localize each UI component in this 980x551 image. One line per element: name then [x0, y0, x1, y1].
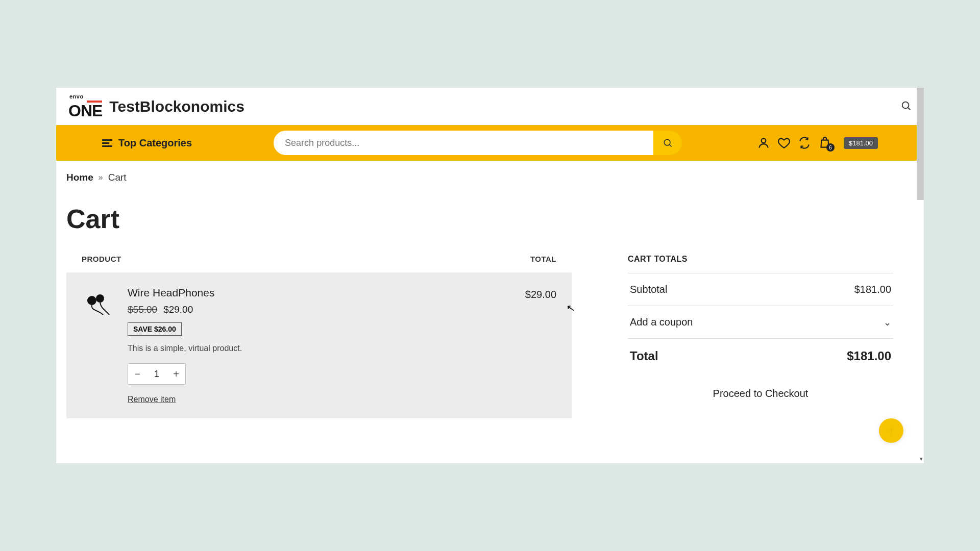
scrollbar[interactable]	[917, 88, 924, 200]
breadcrumb: Home » Cart	[56, 161, 924, 188]
product-name[interactable]: Wire HeadPhones	[128, 287, 512, 299]
cart-button[interactable]: 6	[818, 136, 831, 149]
scroll-down-arrow[interactable]: ▾	[920, 456, 923, 462]
qty-decrease-button[interactable]: −	[128, 364, 146, 384]
cart-items-column: PRODUCT TOTAL Wire HeadPhones $55.00	[66, 255, 572, 418]
top-categories-label: Top Categories	[118, 137, 192, 149]
total-row: Total $181.00	[628, 338, 893, 373]
compare-icon[interactable]	[798, 136, 811, 149]
cart-totals-column: CART TOTALS Subtotal $181.00 Add a coupo…	[628, 255, 893, 418]
svg-point-0	[902, 102, 909, 108]
logo-small-text: envo	[69, 94, 84, 99]
remove-item-link[interactable]: Remove item	[128, 395, 512, 404]
logo: envo ONE	[68, 94, 102, 119]
page-title: Cart	[56, 188, 924, 255]
price-line: $55.00 $29.00	[128, 304, 512, 315]
nav-icons: 6 $181.00	[757, 136, 878, 149]
proceed-to-checkout-button[interactable]: Proceed to Checkout	[628, 379, 893, 409]
add-coupon-toggle[interactable]: Add a coupon ⌄	[628, 306, 893, 338]
wishlist-icon[interactable]	[777, 136, 791, 149]
total-label: Total	[630, 349, 658, 363]
top-categories-button[interactable]: Top Categories	[102, 137, 192, 149]
cart-table-head: PRODUCT TOTAL	[66, 255, 572, 272]
save-badge: SAVE $26.00	[128, 322, 182, 336]
qty-increase-button[interactable]: +	[167, 364, 185, 384]
quantity-stepper: − 1 +	[128, 363, 186, 385]
brand[interactable]: envo ONE TestBlockonomics	[68, 94, 244, 119]
scroll-to-top-button[interactable]	[879, 418, 903, 443]
site-title: TestBlockonomics	[109, 98, 244, 115]
subtotal-value: $181.00	[854, 284, 891, 295]
cart-row: Wire HeadPhones $55.00 $29.00 SAVE $26.0…	[66, 272, 572, 418]
account-icon[interactable]	[757, 136, 770, 149]
col-total: TOTAL	[530, 255, 556, 263]
chevron-down-icon: ⌄	[884, 317, 891, 328]
line-total: $29.00	[525, 289, 556, 300]
hamburger-icon	[102, 139, 112, 147]
cart-count-badge: 6	[826, 143, 835, 152]
logo-big-text: ONE	[68, 103, 102, 119]
page-viewport: envo ONE TestBlockonomics Top Categories	[56, 88, 924, 463]
product-info: Wire HeadPhones $55.00 $29.00 SAVE $26.0…	[128, 287, 512, 404]
price-original: $55.00	[128, 304, 157, 315]
breadcrumb-current: Cart	[108, 172, 127, 183]
svg-line-1	[908, 108, 910, 110]
qty-value: 1	[146, 369, 167, 380]
price-sale: $29.00	[163, 304, 193, 315]
svg-point-6	[96, 294, 104, 303]
total-value: $181.00	[847, 349, 891, 363]
cart-total-pill: $181.00	[844, 137, 878, 149]
subtotal-row: Subtotal $181.00	[628, 273, 893, 306]
search-icon[interactable]	[900, 100, 912, 113]
breadcrumb-home[interactable]: Home	[66, 172, 93, 183]
search-input[interactable]	[274, 131, 653, 155]
earbuds-icon	[83, 290, 113, 316]
product-description: This is a simple, virtual product.	[128, 344, 512, 353]
svg-point-5	[87, 296, 96, 305]
cart-totals-title: CART TOTALS	[628, 255, 893, 264]
svg-point-4	[762, 138, 766, 143]
breadcrumb-separator: »	[99, 173, 103, 182]
search-button[interactable]	[653, 131, 682, 155]
main-columns: PRODUCT TOTAL Wire HeadPhones $55.00	[56, 255, 924, 418]
col-product: PRODUCT	[82, 255, 121, 263]
header-top: envo ONE TestBlockonomics	[56, 88, 924, 125]
svg-line-3	[670, 145, 672, 147]
coupon-label: Add a coupon	[630, 316, 693, 328]
search-wrap	[274, 131, 682, 155]
navbar: Top Categories 6 $181.00	[56, 125, 924, 161]
svg-point-2	[664, 139, 670, 145]
product-thumbnail[interactable]	[82, 287, 114, 319]
subtotal-label: Subtotal	[630, 284, 667, 295]
